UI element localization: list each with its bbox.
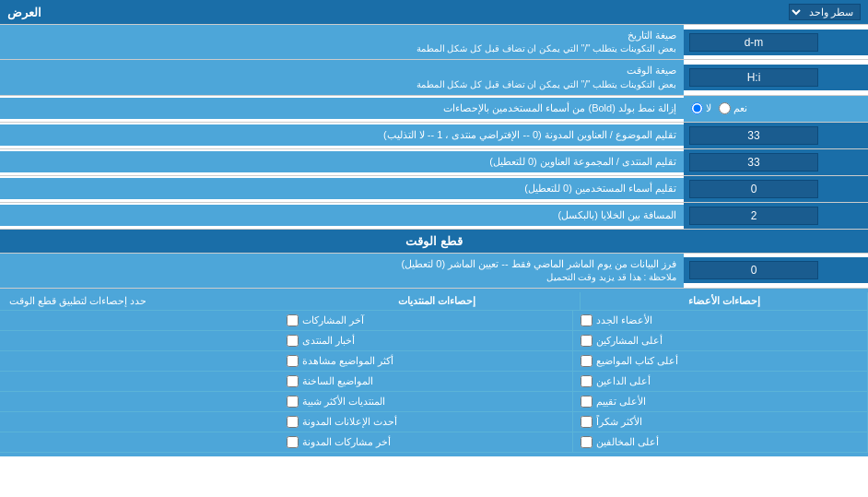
col3-item-2 — [0, 351, 279, 372]
col1-item-6[interactable]: أعلى المخالفين — [573, 432, 868, 453]
limit-label: حدد إحصاءات لتطبيق قطع الوقت — [0, 292, 294, 310]
topic-order-label: تقليم الموضوع / العناوين المدونة (0 -- ا… — [0, 124, 684, 146]
col1-checkbox-1[interactable] — [581, 335, 592, 347]
bottom-section: إحصاءات الأعضاء إحصاءات المنتديات حدد إح… — [0, 289, 868, 456]
realtime-row: فرز البيانات من يوم الماشر الماضي فقط --… — [0, 254, 868, 289]
realtime-input-cell — [684, 257, 868, 283]
bold-remove-label: إزالة نمط بولد (Bold) من أسماء المستخدمي… — [0, 98, 684, 119]
col2-item-4[interactable]: المنتديات الأكثر شبية — [279, 392, 574, 412]
cell-spacing-input-cell — [684, 203, 868, 229]
col3-item-5 — [0, 412, 279, 432]
stats-col-headers: إحصاءات الأعضاء إحصاءات المنتديات حدد إح… — [0, 292, 868, 311]
col2-item-2[interactable]: أكثر المواضيع مشاهدة — [279, 351, 574, 372]
time-format-input-cell — [684, 65, 868, 90]
display-dropdown-wrap[interactable]: سطر واحدسطرينثلاثة أسطر — [789, 4, 861, 20]
stats-row-0: الأعضاء الجددآخر المشاركات — [0, 311, 868, 331]
date-format-input-cell — [684, 30, 868, 55]
col2-item-5[interactable]: أحدث الإعلانات المدونة — [279, 412, 574, 432]
col1-checkbox-5[interactable] — [581, 416, 592, 428]
stats-row-5: الأكثر شكراًأحدث الإعلانات المدونة — [0, 412, 868, 432]
realtime-input[interactable] — [689, 261, 818, 279]
cell-spacing-input[interactable] — [689, 207, 818, 225]
forum-order-label: تقليم المنتدى / المجموعة العناوين (0 للت… — [0, 151, 684, 172]
col2-item-1[interactable]: أخبار المنتدى — [279, 331, 574, 351]
user-names-label: تقليم أسماء المستخدمين (0 للتعطيل) — [0, 178, 684, 199]
col1-header: إحصاءات الأعضاء — [581, 292, 868, 310]
time-format-input[interactable] — [689, 68, 818, 87]
topic-order-input-cell — [684, 123, 868, 148]
date-format-label: صيغة التاريخ بعض التكوينات يتطلب "/" الت… — [0, 25, 684, 59]
col1-checkbox-3[interactable] — [581, 375, 592, 387]
col1-checkbox-6[interactable] — [581, 436, 592, 448]
date-format-input[interactable] — [689, 33, 818, 52]
stats-row-6: أعلى المخالفينأخر مشاركات المدونة — [0, 432, 868, 453]
date-format-row: صيغة التاريخ بعض التكوينات يتطلب "/" الت… — [0, 25, 868, 60]
col1-item-3[interactable]: أعلى الداعين — [573, 372, 868, 392]
user-names-row: تقليم أسماء المستخدمين (0 للتعطيل) — [0, 176, 868, 203]
user-names-input-cell — [684, 176, 868, 202]
bold-remove-row: نعم لا إزالة نمط بولد (Bold) من أسماء ال… — [0, 96, 868, 123]
col1-checkbox-0[interactable] — [581, 314, 592, 326]
col1-item-1[interactable]: أعلى المشاركين — [573, 331, 868, 351]
col1-checkbox-2[interactable] — [581, 355, 592, 367]
topic-order-row: تقليم الموضوع / العناوين المدونة (0 -- ا… — [0, 123, 868, 149]
user-names-input[interactable] — [689, 180, 818, 198]
col2-checkbox-2[interactable] — [287, 355, 299, 367]
col1-item-5[interactable]: الأكثر شكراً — [573, 412, 868, 432]
col2-header: إحصاءات المنتديات — [294, 292, 581, 310]
col2-item-0[interactable]: آخر المشاركات — [279, 311, 574, 331]
page-title: العرض — [7, 6, 41, 19]
col3-item-0 — [0, 311, 279, 331]
time-format-row: صيغة الوقت بعض التكوينات يتطلب "/" التي … — [0, 60, 868, 95]
col3-item-1 — [0, 331, 279, 351]
radio-no-label[interactable]: لا — [691, 102, 711, 114]
top-header-row: سطر واحدسطرينثلاثة أسطر العرض — [0, 0, 868, 25]
display-dropdown[interactable]: سطر واحدسطرينثلاثة أسطر — [789, 4, 861, 20]
col1-item-4[interactable]: الأعلى تقييم — [573, 392, 868, 412]
bold-remove-radio-cell: نعم لا — [684, 96, 868, 122]
col2-checkbox-0[interactable] — [287, 314, 299, 326]
stats-row-4: الأعلى تقييمالمنتديات الأكثر شبية — [0, 392, 868, 412]
col3-item-6 — [0, 432, 279, 453]
forum-order-row: تقليم المنتدى / المجموعة العناوين (0 للت… — [0, 149, 868, 176]
col1-checkbox-4[interactable] — [581, 396, 592, 408]
stats-row-2: أعلى كتاب المواضيعأكثر المواضيع مشاهدة — [0, 351, 868, 372]
col1-item-0[interactable]: الأعضاء الجدد — [573, 311, 868, 331]
checkbox-rows-container: الأعضاء الجددآخر المشاركاتأعلى المشاركين… — [0, 311, 868, 453]
col2-checkbox-5[interactable] — [287, 416, 299, 428]
col1-item-2[interactable]: أعلى كتاب المواضيع — [573, 351, 868, 372]
col2-checkbox-1[interactable] — [287, 335, 299, 347]
forum-order-input[interactable] — [689, 153, 818, 172]
col3-item-3 — [0, 372, 279, 392]
col2-checkbox-3[interactable] — [287, 375, 299, 387]
topic-order-input[interactable] — [689, 126, 818, 145]
col2-item-3[interactable]: المواضيع الساخنة — [279, 372, 574, 392]
cell-spacing-row: المسافة بين الخلايا (بالبكسل) — [0, 203, 868, 230]
forum-order-input-cell — [684, 149, 868, 175]
radio-yes[interactable] — [719, 102, 731, 114]
col2-item-6[interactable]: أخر مشاركات المدونة — [279, 432, 574, 453]
main-container: سطر واحدسطرينثلاثة أسطر العرض صيغة التار… — [0, 0, 868, 497]
time-format-label: صيغة الوقت بعض التكوينات يتطلب "/" التي … — [0, 60, 684, 94]
col2-checkbox-6[interactable] — [287, 436, 299, 448]
realtime-label: فرز البيانات من يوم الماشر الماضي فقط --… — [0, 254, 684, 288]
radio-no[interactable] — [691, 102, 703, 114]
cell-spacing-label: المسافة بين الخلايا (بالبكسل) — [0, 205, 684, 226]
radio-yes-label[interactable]: نعم — [719, 102, 747, 114]
stats-row-1: أعلى المشاركينأخبار المنتدى — [0, 331, 868, 351]
col2-checkbox-4[interactable] — [287, 396, 299, 408]
realtime-section-header: قطع الوقت — [0, 230, 868, 254]
col3-item-4 — [0, 392, 279, 412]
stats-row-3: أعلى الداعينالمواضيع الساخنة — [0, 372, 868, 392]
